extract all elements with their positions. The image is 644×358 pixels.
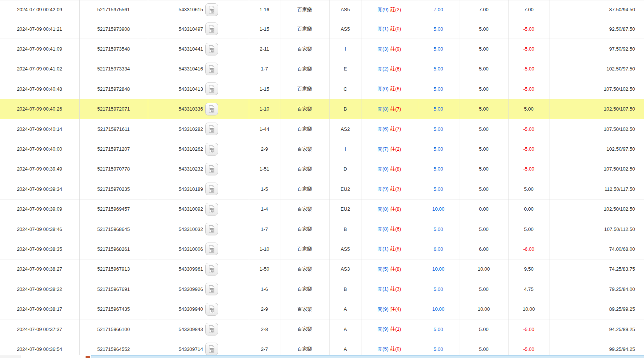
result-cell: 閒(9)莊(4) — [361, 299, 418, 319]
bet-amount-cell: 5.00 — [418, 279, 459, 299]
bet-amount-link[interactable]: 5.00 — [433, 106, 443, 112]
video-replay-button[interactable] — [205, 22, 218, 35]
round-id-text: 543310413 — [179, 86, 203, 92]
result-cell: 閒(9)莊(2) — [361, 0, 418, 19]
balance-cell: 74.25/83.75 — [549, 259, 644, 279]
bet-amount-link[interactable]: 5.00 — [433, 186, 443, 192]
result-cell: 閒(1)莊(0) — [361, 19, 418, 39]
video-replay-button[interactable] — [205, 123, 218, 135]
pagination-track[interactable] — [91, 355, 644, 358]
bet-amount-link[interactable]: 7.00 — [433, 7, 443, 12]
video-replay-button[interactable] — [205, 243, 218, 255]
table-row[interactable]: 2024-07-09 00:38:35 521715968261 5433100… — [0, 239, 644, 259]
video-replay-button[interactable] — [205, 163, 218, 175]
bet-id-cell: 521715973548 — [79, 39, 148, 59]
video-replay-button[interactable] — [205, 63, 218, 75]
video-replay-button[interactable] — [205, 43, 218, 55]
win-loss-cell: 5.00 — [509, 219, 549, 239]
video-replay-button[interactable] — [205, 283, 218, 295]
bet-amount-link[interactable]: 5.00 — [433, 46, 443, 52]
table-no-cell: 1-7 — [249, 219, 280, 239]
bet-time-cell: 2024-07-09 00:40:14 — [0, 119, 79, 139]
table-no-cell: 1-51 — [249, 159, 280, 179]
video-icon — [208, 25, 216, 33]
bet-amount-link[interactable]: 10.00 — [432, 306, 445, 312]
bet-amount-link[interactable]: 5.00 — [433, 66, 443, 72]
bet-id-cell: 521715967691 — [79, 279, 148, 299]
pagination-marker-icon — [86, 356, 90, 358]
game-type-cell: 百家樂 — [280, 299, 330, 319]
result-cell: 閒(1)莊(8) — [361, 239, 418, 259]
banker-result: 莊(8) — [390, 166, 401, 172]
table-row[interactable]: 2024-07-09 00:41:21 521715973908 5433104… — [0, 19, 644, 39]
round-id-cell: 543310032 — [148, 219, 249, 239]
win-loss-cell: -5.00 — [509, 319, 549, 339]
bet-time-cell: 2024-07-09 00:38:22 — [0, 279, 79, 299]
table-no-cell: 2-8 — [249, 319, 280, 339]
video-replay-button[interactable] — [205, 263, 218, 276]
player-result: 閒(8) — [378, 206, 388, 212]
win-loss-cell: -5.00 — [509, 159, 549, 179]
table-row[interactable]: 2024-07-09 00:37:37 521715966100 5433098… — [0, 319, 644, 339]
round-id-text: 543310262 — [179, 146, 203, 152]
game-type-cell: 百家樂 — [280, 319, 330, 339]
game-type-cell: 百家樂 — [280, 139, 330, 159]
bet-amount-link[interactable]: 5.00 — [433, 126, 443, 132]
bet-amount-link[interactable]: 6.00 — [433, 246, 443, 252]
result-cell: 閒(3)莊(9) — [361, 39, 418, 59]
table-row[interactable]: 2024-07-09 00:40:00 521715971207 5433102… — [0, 139, 644, 159]
table-row[interactable]: 2024-07-09 00:40:26 521715972071 5433103… — [0, 99, 644, 119]
valid-amount-cell: 5.00 — [459, 39, 509, 59]
table-row[interactable]: 2024-07-09 00:42:09 521715975561 5433106… — [0, 0, 644, 19]
banker-result: 莊(8) — [390, 246, 401, 252]
bet-amount-link[interactable]: 5.00 — [433, 166, 443, 172]
bet-time-cell: 2024-07-09 00:38:27 — [0, 259, 79, 279]
round-id-text: 543309843 — [179, 327, 203, 332]
video-replay-button[interactable] — [205, 343, 218, 355]
bet-amount-link[interactable]: 5.00 — [433, 26, 443, 32]
table-row[interactable]: 2024-07-09 00:39:34 521715970235 5433101… — [0, 179, 644, 199]
win-loss-cell: 0.00 — [509, 199, 549, 219]
bet-id-cell: 521715966100 — [79, 319, 148, 339]
banker-result: 莊(6) — [390, 226, 401, 232]
bet-amount-link[interactable]: 10.00 — [432, 206, 445, 212]
bet-amount-link[interactable]: 5.00 — [433, 286, 443, 292]
game-type-cell: 百家樂 — [280, 79, 330, 99]
video-replay-button[interactable] — [205, 223, 218, 235]
bet-id-cell: 521715972848 — [79, 79, 148, 99]
video-replay-button[interactable] — [205, 82, 218, 95]
video-replay-button[interactable] — [205, 103, 218, 115]
table-row[interactable]: 2024-07-09 00:38:46 521715968645 5433100… — [0, 219, 644, 239]
table-row[interactable]: 2024-07-09 00:38:27 521715967913 5433099… — [0, 259, 644, 279]
round-id-cell: 543310232 — [148, 159, 249, 179]
table-row[interactable]: 2024-07-09 00:40:14 521715971611 5433102… — [0, 119, 644, 139]
table-row[interactable]: 2024-07-09 00:39:49 521715970778 5433102… — [0, 159, 644, 179]
table-row[interactable]: 2024-07-09 00:41:02 521715973334 5433104… — [0, 59, 644, 79]
bet-id-cell: 521715971611 — [79, 119, 148, 139]
table-row[interactable]: 2024-07-09 00:41:09 521715973548 5433104… — [0, 39, 644, 59]
video-replay-button[interactable] — [205, 3, 218, 16]
win-loss-cell: -5.00 — [509, 39, 549, 59]
result-cell: 閒(8)莊(7) — [361, 99, 418, 119]
video-replay-button[interactable] — [205, 183, 218, 195]
table-row[interactable]: 2024-07-09 00:39:09 521715969457 5433100… — [0, 199, 644, 219]
video-replay-button[interactable] — [205, 203, 218, 216]
video-replay-button[interactable] — [205, 323, 218, 336]
table-row[interactable]: 2024-07-09 00:38:17 521715967435 5433099… — [0, 299, 644, 319]
bet-amount-link[interactable]: 5.00 — [433, 146, 443, 152]
bet-amount-link[interactable]: 5.00 — [433, 346, 443, 352]
table-row[interactable]: 2024-07-09 00:38:22 521715967691 5433099… — [0, 279, 644, 299]
player-result: 閒(1) — [378, 286, 388, 292]
bet-id-cell: 521715973908 — [79, 19, 148, 39]
bet-amount-cell: 5.00 — [418, 219, 459, 239]
table-row[interactable]: 2024-07-09 00:40:48 521715972848 5433104… — [0, 79, 644, 99]
video-replay-button[interactable] — [205, 143, 218, 156]
bet-amount-link[interactable]: 5.00 — [433, 86, 443, 92]
bet-amount-link[interactable]: 10.00 — [432, 266, 445, 272]
bet-amount-link[interactable]: 5.00 — [433, 226, 443, 232]
player-result: 閒(8) — [378, 226, 388, 232]
bet-amount-link[interactable]: 5.00 — [433, 327, 443, 332]
round-id-text: 543310006 — [179, 246, 203, 252]
video-replay-button[interactable] — [205, 303, 218, 316]
banker-result: 莊(7) — [390, 126, 401, 132]
